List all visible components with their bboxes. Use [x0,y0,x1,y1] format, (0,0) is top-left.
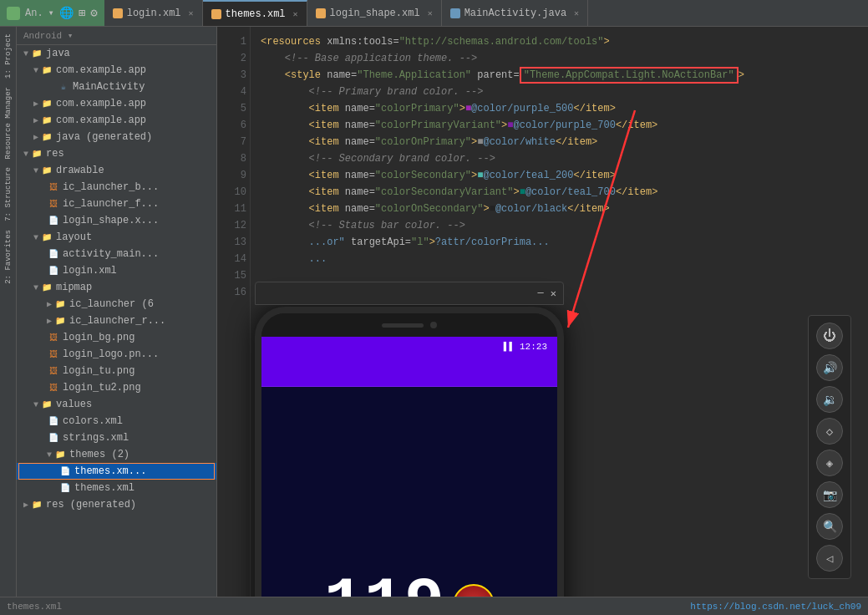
left-sidebar-panels: 1: Project Resource Manager 7: Structure… [0,27,17,597]
expand-arrow: ▼ [33,66,38,75]
emulator-close-btn[interactable]: ✕ [551,287,556,300]
tree-item-ic-launcher-folder[interactable]: ▶ 📁 ic_launcher (6 [17,296,216,313]
tree-header: Android ▾ [17,27,216,45]
tree-label-mainactivity: MainActivity [73,81,145,93]
tree-item-login-logo[interactable]: 🖼 login_logo.pn... [17,346,216,363]
tree-item-strings-xml[interactable]: 📄 strings.xml [17,429,216,446]
tree-item-com3[interactable]: ▶ 📁 com.example.app [17,112,216,129]
phone-speaker [382,323,424,328]
tree-item-com1[interactable]: ▼ 📁 com.example.app [17,62,216,79]
sidebar-panel-favorites[interactable]: 2: Favorites [3,226,14,287]
tree-label-login-tu: login_tu.png [63,365,135,377]
tree-item-themes-xml-1[interactable]: 📄 themes.xm... [17,463,216,480]
tree-item-themes-folder[interactable]: ▼ 📁 themes (2) [17,446,216,463]
android-icon [7,7,20,20]
phone-screen: ▌▌ 12:23 119 ☆ 消防掌上管理作战平台 119 PALM MANAG… [261,337,557,597]
tree-label-mipmap: mipmap [56,282,92,293]
tree-item-login-tu2[interactable]: 🖼 login_tu2.png [17,379,216,396]
rotate-button[interactable]: ◇ [816,418,843,445]
tree-label-drawable: drawable [56,165,104,176]
globe-icon[interactable]: 🌐 [59,6,74,20]
layout-folder-icon: 📁 [40,231,53,244]
code-line-3: <style name="Theme.Application" parent="… [261,67,858,84]
tree-item-ic-launcher-round[interactable]: ▶ 📁 ic_launcher_r... [17,313,216,329]
file-tree: Android ▾ ▼ 📁 java ▼ 📁 com.example.app ☕… [17,27,217,597]
phone-emulator-container: ▌▌ 12:23 119 ☆ 消防掌上管理作战平台 119 PALM MANAG… [255,307,564,597]
img-icon5: 🖼 [47,364,60,378]
tree-label-strings: strings.xml [63,432,129,444]
expand-arrow7: ▼ [33,233,38,242]
editor-area: 1 2 3 4 5 6 7 8 9 10 11 12 13 14 15 16 <… [217,27,868,597]
phone-action-bar [261,357,557,387]
back-nav-button[interactable]: ◁ [816,545,843,572]
sidebar-panel-structure[interactable]: 7: Structure [3,164,14,225]
tab-login-shape-xml[interactable]: login_shape.xml ✕ [307,0,442,26]
code-line-11: <item name="colorOnSecondary">■@color/bl… [261,201,858,217]
tree-label-ic-fg: ic_launcher_f... [63,198,159,210]
tree-label-themes-xml-1: themes.xm... [74,465,146,477]
tree-item-login-xml[interactable]: 📄 login.xml [17,262,216,279]
sidebar-panel-project[interactable]: 1: Project [3,30,14,82]
layout-icon[interactable]: ⊞ [79,6,85,20]
phone-119-text: 119 [324,567,444,597]
volume-up-button[interactable]: 🔊 [816,354,843,381]
tab-themes-xml[interactable]: themes.xml ✕ [203,0,307,26]
tree-item-activity-main[interactable]: 📄 activity_main... [17,246,216,262]
tree-item-res[interactable]: ▼ 📁 res [17,145,216,162]
code-line-10: <item name="colorSecondaryVariant">■@col… [261,184,858,201]
line-numbers: 1 2 3 4 5 6 7 8 9 10 11 12 13 14 15 16 [217,27,251,597]
tree-item-mipmap[interactable]: ▼ 📁 mipmap [17,279,216,296]
tab-close-icon[interactable]: ✕ [189,8,194,18]
color-swatch-black: ■ [490,203,495,215]
tree-item-ic-launcher-fg[interactable]: 🖼 ic_launcher_f... [17,196,216,212]
folder-icon: 📁 [40,64,53,77]
expand-arrow8: ▼ [33,283,38,292]
tree-item-login-tu[interactable]: 🖼 login_tu.png [17,363,216,379]
settings-icon[interactable]: ⚙ [90,6,97,20]
tree-label-login-xml: login.xml [63,265,117,277]
code-line-9: <item name="colorSecondary">■@color/teal… [261,167,858,184]
tab-java-close-icon[interactable]: ✕ [574,8,579,18]
tree-item-drawable[interactable]: ▼ 📁 drawable [17,162,216,179]
tab-shape-close-icon[interactable]: ✕ [428,8,433,18]
app-title: An. [25,8,43,19]
expand-arrow9: ▶ [47,299,52,309]
code-line-13: ...or" targetApi="l">?attr/colorPrima... [261,234,858,251]
screenshot-button[interactable]: 📷 [816,481,843,508]
tree-item-values[interactable]: ▼ 📁 values [17,396,216,413]
xml-icon4: 📄 [47,414,60,428]
top-bar: An. ▾ 🌐 ⊞ ⚙ login.xml ✕ themes.xml ✕ log… [0,0,868,27]
volume-down-button[interactable]: 🔉 [816,386,843,413]
folder-icon3: 📁 [40,114,53,127]
tree-item-layout[interactable]: ▼ 📁 layout [17,229,216,246]
app-menu[interactable]: An. ▾ 🌐 ⊞ ⚙ [0,0,104,26]
tree-label-login-logo: login_logo.pn... [63,348,159,360]
zoom-button[interactable]: 🔍 [816,513,843,540]
tree-label-res-gen: res (generated) [46,499,136,511]
tree-item-ic-launcher-bg[interactable]: 🖼 ic_launcher_b... [17,179,216,196]
ic-launcher-round-icon: 📁 [53,314,67,328]
tab-login-xml[interactable]: login.xml ✕ [104,0,203,26]
rotate2-button[interactable]: ◈ [816,450,843,476]
sidebar-panel-resource[interactable]: Resource Manager [3,84,14,162]
emulator-minimize[interactable]: ─ [538,287,544,299]
tree-item-mainactivity[interactable]: ☕ MainActivity [17,79,216,95]
tree-item-login-bg[interactable]: 🖼 login_bg.png [17,329,216,346]
tree-item-com2[interactable]: ▶ 📁 com.example.app [17,95,216,112]
status-url: https://blog.csdn.net/luck_ch09 [690,602,861,612]
code-line-14: ... [261,251,858,267]
tab-mainactivity-java[interactable]: MainActivity.java ✕ [442,0,588,26]
tree-item-login-shape-file[interactable]: 📄 login_shape.x... [17,212,216,229]
tree-item-res-generated[interactable]: ▶ 📁 res (generated) [17,496,216,513]
emulator-side-panel: ⏻ 🔊 🔉 ◇ ◈ 📷 🔍 ◁ [808,315,851,579]
tree-label-themes: themes (2) [69,449,129,460]
tree-item-java-generated[interactable]: ▶ 📁 java (generated) [17,129,216,145]
emulator-title-bar: ─ ✕ [255,282,564,305]
power-button[interactable]: ⏻ [816,323,843,349]
tree-item-themes-xml-2[interactable]: 📄 themes.xml [17,480,216,496]
expand-arrow3: ▶ [33,115,38,125]
tree-item-colors-xml[interactable]: 📄 colors.xml [17,413,216,429]
tree-item-java[interactable]: ▼ 📁 java [17,45,216,62]
tab-themes-close-icon[interactable]: ✕ [293,9,298,19]
highlight-parent-attr: "Theme.AppCompat.Light.NoActionBar" [520,67,739,84]
